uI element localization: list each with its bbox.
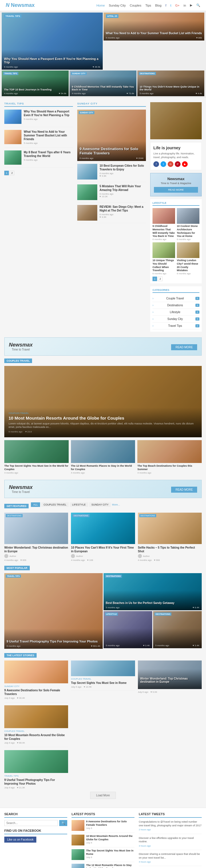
couples-grid-2[interactable]: The Top Beach Destinations for Couples t… — [137, 440, 202, 474]
nav-sunday-city[interactable]: Sunday City — [109, 4, 126, 7]
popular-section: Most Popular Travel Tips 9 Useful Travel… — [0, 566, 206, 653]
latest-right-item-0[interactable]: Couples Travel Top Secret Sights You Mus… — [71, 660, 135, 691]
lifestyle-item-1[interactable]: 10 Coolest Stone Architecture Techniques… — [177, 208, 200, 241]
latest-item-1[interactable]: Couples Travel 10 Most Mountain Resorts … — [4, 705, 68, 747]
latest-header: The Latest Stories — [4, 653, 202, 658]
lifestyle-section: Lifestyle 9 Childhood Memories That Will… — [150, 199, 202, 283]
latest-right: Winter Wonderland: Top Christmas destina… — [138, 660, 202, 789]
couples-grid-0[interactable]: The Top Secret Sights You Must See in th… — [4, 440, 69, 474]
nav-social-f[interactable]: f — [165, 4, 166, 7]
popular-item-0[interactable]: Travel Tips 9 Useful Travel Photography … — [4, 573, 103, 649]
left-article-0[interactable]: Why You Should Have a Passport Even If Y… — [4, 110, 73, 127]
category-2[interactable]: Lifestyle 4 — [153, 309, 200, 316]
popular-item-3[interactable]: Destinations 5 months ago ♥ 3.4K — [153, 611, 202, 648]
feat-title-1: 10 Places You Can't Miss If It's Your Fi… — [71, 546, 135, 553]
category-4[interactable]: Travel Tips 2 — [153, 322, 200, 330]
nav-tips[interactable]: Tips — [145, 4, 151, 7]
page-btn-2[interactable]: 2 — [10, 171, 14, 175]
latest-post-0[interactable]: 9 Awesome Destinations for Solo Female T… — [72, 820, 134, 833]
feat-item-0[interactable]: Destinations Winter Wonderland: Top Chri… — [4, 513, 68, 561]
load-more-button[interactable]: Load More — [90, 792, 116, 799]
lifestyle-meta-3: 6 months ago — [177, 272, 200, 275]
popular-item-2[interactable]: Lifestyle 5 months ago ♥ 3.4K — [104, 611, 152, 648]
hero-main-meta: 6 months ago ♥ 46.9k — [4, 66, 100, 68]
sidebar-fb-icon[interactable]: f — [153, 161, 159, 167]
hero-second-article[interactable]: April 25 What You Need to Add to Your Su… — [104, 12, 205, 40]
feat-title-2: Selfie Hacks – 5 Tips to Taking the Perf… — [138, 546, 202, 553]
nav-blog[interactable]: Blog — [155, 4, 161, 7]
mid-featured[interactable]: Sunday City 9 Awesome Destinations for S… — [77, 110, 146, 161]
ls-page-2[interactable]: 2 — [158, 277, 162, 281]
sidebar-pi-icon[interactable]: P — [175, 161, 181, 167]
feat-item-1[interactable]: Destinations 10 Places You Can't Miss If… — [71, 513, 135, 561]
page-btn-1[interactable]: 1 — [4, 171, 9, 175]
latest-item-2[interactable]: Travel Tips 9 Useful Travel Photography … — [4, 750, 68, 789]
couples-grid-0-img — [4, 440, 69, 463]
ad-btn[interactable]: READ MORE — [171, 344, 197, 350]
category-1[interactable]: Destinations 3 — [153, 302, 200, 309]
left-article-2[interactable]: My 8 Best Travel Tips after 6 Years Trav… — [4, 150, 73, 168]
tweet-text-2: Discover sharing a controversial space t… — [139, 852, 202, 860]
couples-grid-1[interactable]: The 12 Most Romantic Places to Stay in t… — [71, 440, 135, 474]
couples-featured[interactable]: Couples Travel 10 Most Mountain Resorts … — [4, 366, 202, 437]
small-meta-3: 5 months ago ♥ 4.4k — [139, 92, 202, 95]
lifestyle-item-0[interactable]: 9 Childhood Memories That Will Instantly… — [153, 208, 175, 241]
search-input[interactable] — [4, 820, 58, 826]
feat-item-2[interactable]: Destinations Selfie Hacks – 5 Tips to Ta… — [138, 513, 202, 561]
popular-tag-3: Destinations — [155, 613, 172, 616]
latest-right-featured[interactable]: Winter Wonderland: Top Christmas destina… — [138, 660, 202, 693]
lifestyle-title-1: 10 Coolest Stone Architecture Techniques… — [177, 225, 200, 238]
feat-tab-more[interactable]: More... — [112, 503, 120, 506]
nav-social-gp[interactable]: G+ — [175, 4, 179, 7]
tweet-meta-0: 2 hours ago — [139, 828, 202, 831]
nav-social-in[interactable]: in — [183, 4, 186, 7]
feat-tab-all[interactable]: All — [31, 502, 40, 507]
feat-author-1: Author — [71, 554, 135, 558]
facebook-like-button[interactable]: Like us on Facebook — [4, 837, 36, 843]
mid-small-0[interactable]: 10 Best European Cities for Solo Travele… — [77, 164, 146, 182]
lifestyle-item-2[interactable]: 10 Unique Things You Should Collect When… — [153, 242, 175, 275]
ad2-btn[interactable]: READ MORE — [171, 487, 197, 493]
left-column: Travel Tips Why You Should Have a Passpo… — [4, 102, 73, 332]
hero-main-article[interactable]: Travel Tips Why You Should Have a Passpo… — [2, 12, 103, 70]
feat-tab-sunday[interactable]: Sunday City — [89, 502, 111, 507]
lp-meta-0: July 6 — [86, 827, 134, 830]
popular-meta-1: 5 months ago ♥ 8.4K — [106, 606, 200, 609]
couples-grid-2-img — [137, 440, 202, 463]
feat-tab-lifestyle[interactable]: Lifestyle — [70, 502, 88, 507]
sidebar-yt-icon[interactable]: ▶ — [182, 161, 188, 167]
mid-small-2[interactable]: REVIEW: San Diego City: Meet a Night at … — [77, 205, 146, 223]
sidebar-gp-icon[interactable]: G — [168, 161, 173, 167]
left-article-1[interactable]: What You Need to Add to Your Summer Trav… — [4, 130, 73, 148]
nav-home[interactable]: Home — [97, 4, 105, 7]
latest-post-3[interactable]: The 12 Most Romantic Places to Stay in t… — [72, 864, 134, 868]
category-3[interactable]: Sunday City 3 — [153, 316, 200, 322]
hero-main-title: Why You Should Have a Passport Even If Y… — [4, 57, 100, 64]
category-0[interactable]: Couple Travel 5 — [153, 295, 200, 302]
latest-right-feat-img: Winter Wonderland: Top Christmas destina… — [138, 660, 202, 689]
latest-item-0[interactable]: Sunday City 9 Awesome Destinations for S… — [4, 660, 68, 703]
hero-small-3[interactable]: Destinations 10 Things You Didn't Know W… — [137, 70, 204, 96]
latest-post-1[interactable]: 10 Most Mountain Resorts Around the Glob… — [72, 835, 134, 847]
small-meta-1: 4 months ago ♥ 54.6k — [4, 92, 67, 95]
hero-small-1[interactable]: Travel Tips The TOP 10 Best Journeys in … — [2, 70, 69, 96]
popular-item-1[interactable]: Destinations Best Beaches in Us for the … — [104, 573, 202, 610]
logo[interactable]: N Newsmax — [6, 2, 35, 8]
mid-small-1[interactable]: 5 Mistakes That Will Ruin Your Amazing T… — [77, 184, 146, 203]
search-icon[interactable]: 🔍 — [196, 3, 200, 7]
nav-social-t[interactable]: t — [170, 4, 171, 7]
categories-label: Categories — [153, 288, 200, 293]
hero-small-2[interactable]: Sunday City 9 Childhood Memories That Wi… — [70, 70, 136, 96]
search-submit-button[interactable]: 🔍 — [59, 820, 67, 826]
ls-page-1[interactable]: 1 — [153, 277, 157, 281]
feat-tab-couples[interactable]: Couples Travel — [41, 502, 69, 507]
couples-header: Couples Travel — [4, 359, 202, 363]
latest-img-2 — [4, 750, 68, 773]
promo-btn[interactable]: READ MORE — [154, 187, 198, 193]
nav-couples[interactable]: Couples — [130, 4, 141, 7]
lifestyle-item-3[interactable]: Visiting London City? avoid these 20 Cos… — [177, 242, 200, 275]
sidebar-tw-icon[interactable]: t — [160, 161, 166, 167]
left-article-1-text: What You Need to Add to Your Summer Trav… — [24, 130, 73, 145]
latest-post-2[interactable]: The Top Secret Sights You Must See in Ro… — [72, 849, 134, 862]
nav-social-yt[interactable]: ▶ — [190, 3, 192, 7]
